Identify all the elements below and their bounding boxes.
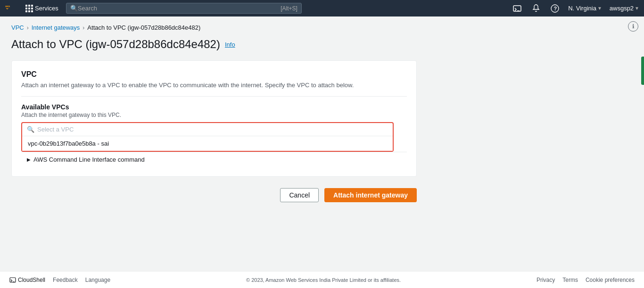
vpc-search-input[interactable] (37, 126, 388, 133)
account-menu[interactable]: awsgsp2 ▼ (610, 5, 639, 12)
grid-icon (25, 5, 33, 12)
card-description: Attach an internet gateway to a VPC to e… (21, 82, 407, 89)
region-label: N. Virginia (568, 5, 596, 12)
privacy-link[interactable]: Privacy (537, 277, 555, 283)
vpc-card: VPC Attach an internet gateway to a VPC … (11, 60, 417, 177)
vpc-select-box: 🔍 vpc-0b29b13f7ba0e5b8a - sai (21, 122, 394, 152)
footer: CloudShell Feedback Language © 2023, Ama… (0, 271, 644, 288)
page-wrapper: VPC › Internet gateways › Attach to VPC … (0, 16, 644, 271)
cli-label: AWS Command Line Interface command (33, 156, 145, 163)
cloudshell-footer-icon (9, 277, 16, 283)
region-selector[interactable]: N. Virginia ▼ (568, 5, 602, 12)
footer-copyright: © 2023, Amazon Web Services India Privat… (110, 277, 537, 283)
main-content: VPC › Internet gateways › Attach to VPC … (0, 16, 644, 271)
nav-right-section: ? N. Virginia ▼ awsgsp2 ▼ (512, 3, 639, 14)
breadcrumb-current: Attach to VPC (igw-057d28b86dc84e482) (87, 24, 200, 31)
footer-right: Privacy Terms Cookie preferences (537, 277, 635, 283)
attach-internet-gateway-button[interactable]: Attach internet gateway (324, 188, 417, 202)
feedback-link[interactable]: Feedback (53, 277, 78, 283)
region-chevron: ▼ (597, 6, 602, 11)
search-input[interactable] (78, 5, 277, 12)
terms-link[interactable]: Terms (562, 277, 578, 283)
cloudshell-icon[interactable] (512, 3, 523, 14)
search-icon: 🔍 (70, 5, 78, 12)
right-panel-indicator (641, 57, 644, 85)
footer-left: CloudShell Feedback Language (9, 277, 110, 283)
language-link[interactable]: Language (85, 277, 110, 283)
breadcrumb-sep-1: › (27, 25, 29, 31)
breadcrumb-internet-gateways[interactable]: Internet gateways (32, 24, 80, 31)
cli-arrow-icon: ▶ (27, 157, 31, 162)
cli-section[interactable]: ▶ AWS Command Line Interface command (21, 152, 407, 167)
svg-rect-1 (513, 6, 521, 11)
page-title: Attach to VPC (igw-057d28b86dc84e482) In… (11, 38, 633, 51)
info-link[interactable]: Info (225, 41, 235, 48)
breadcrumb-sep-2: › (83, 25, 84, 31)
services-menu[interactable]: Services (25, 5, 58, 12)
action-bar: Cancel Attach internet gateway (11, 188, 417, 202)
vpc-dropdown-list: vpc-0b29b13f7ba0e5b8a - sai (22, 136, 393, 151)
vpc-search-icon: 🔍 (27, 126, 34, 133)
page-info-circle[interactable]: ℹ (628, 21, 638, 32)
aws-logo[interactable]: aws (5, 3, 22, 14)
card-divider (21, 96, 407, 97)
account-chevron: ▼ (635, 6, 639, 11)
svg-text:aws: aws (5, 5, 10, 8)
top-navigation: aws Services 🔍 [Alt+S] (0, 0, 644, 16)
card-section-title: VPC (21, 70, 407, 79)
bell-icon[interactable] (530, 3, 542, 14)
available-vpcs-label: Available VPCs (21, 103, 407, 111)
services-label: Services (35, 5, 58, 12)
vpc-option-1[interactable]: vpc-0b29b13f7ba0e5b8a - sai (22, 136, 393, 151)
cloudshell-footer-button[interactable]: CloudShell (9, 277, 45, 283)
breadcrumb-vpc[interactable]: VPC (11, 24, 24, 31)
svg-text:?: ? (554, 6, 557, 11)
available-vpcs-sublabel: Attach the internet gateway to this VPC. (21, 112, 407, 118)
search-bar[interactable]: 🔍 [Alt+S] (66, 3, 302, 14)
account-label: awsgsp2 (610, 5, 634, 12)
vpc-select-wrapper: 🔍 vpc-0b29b13f7ba0e5b8a - sai (21, 122, 394, 152)
cancel-button[interactable]: Cancel (280, 188, 319, 202)
breadcrumb: VPC › Internet gateways › Attach to VPC … (11, 24, 633, 31)
cookie-link[interactable]: Cookie preferences (586, 277, 635, 283)
search-shortcut: [Alt+S] (281, 5, 297, 12)
cloudshell-footer-label: CloudShell (18, 277, 45, 283)
help-icon[interactable]: ? (549, 3, 561, 14)
vpc-search-row: 🔍 (22, 123, 393, 136)
